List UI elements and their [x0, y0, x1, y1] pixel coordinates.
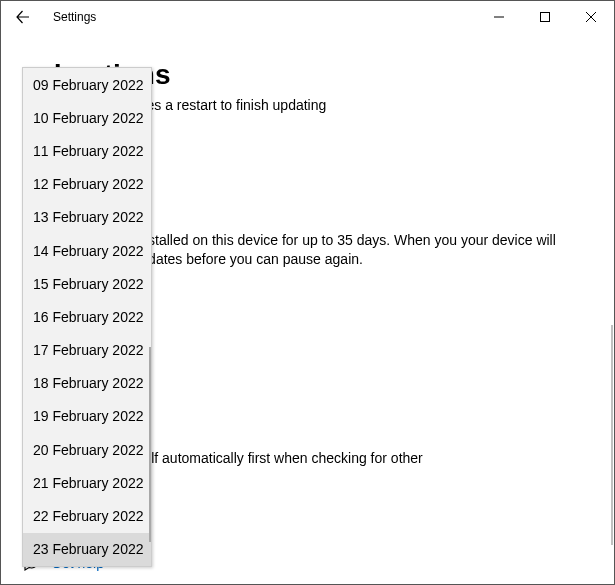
dropdown-item[interactable]: 19 February 2022	[23, 400, 151, 433]
maximize-icon	[540, 12, 550, 22]
dropdown-scrollbar[interactable]	[149, 347, 151, 542]
dropdown-item[interactable]: 16 February 2022	[23, 300, 151, 333]
dropdown-item[interactable]: 18 February 2022	[23, 367, 151, 400]
arrow-left-icon	[15, 9, 31, 25]
maximize-button[interactable]	[522, 1, 568, 33]
dropdown-item[interactable]: 14 February 2022	[23, 234, 151, 267]
dropdown-item[interactable]: 20 February 2022	[23, 433, 151, 466]
close-button[interactable]	[568, 1, 614, 33]
dropdown-item[interactable]: 12 February 2022	[23, 168, 151, 201]
dropdown-item[interactable]: 15 February 2022	[23, 267, 151, 300]
pause-until-dropdown[interactable]: 09 February 202210 February 202211 Febru…	[22, 67, 152, 567]
window-title: Settings	[45, 10, 96, 24]
back-button[interactable]	[1, 1, 45, 33]
dropdown-item[interactable]: 21 February 2022	[23, 466, 151, 499]
dropdown-item[interactable]: 13 February 2022	[23, 201, 151, 234]
minimize-icon	[494, 12, 504, 22]
dropdown-item[interactable]: 09 February 2022	[23, 68, 151, 101]
page-scrollbar[interactable]	[611, 325, 613, 545]
close-icon	[586, 12, 596, 22]
svg-rect-0	[541, 13, 550, 22]
titlebar: Settings	[1, 1, 614, 33]
dropdown-item[interactable]: 17 February 2022	[23, 334, 151, 367]
dropdown-item[interactable]: 11 February 2022	[23, 134, 151, 167]
window-controls	[476, 1, 614, 33]
dropdown-item[interactable]: 10 February 2022	[23, 101, 151, 134]
minimize-button[interactable]	[476, 1, 522, 33]
dropdown-item[interactable]: 22 February 2022	[23, 499, 151, 532]
dropdown-item[interactable]: 23 February 2022	[23, 533, 151, 566]
